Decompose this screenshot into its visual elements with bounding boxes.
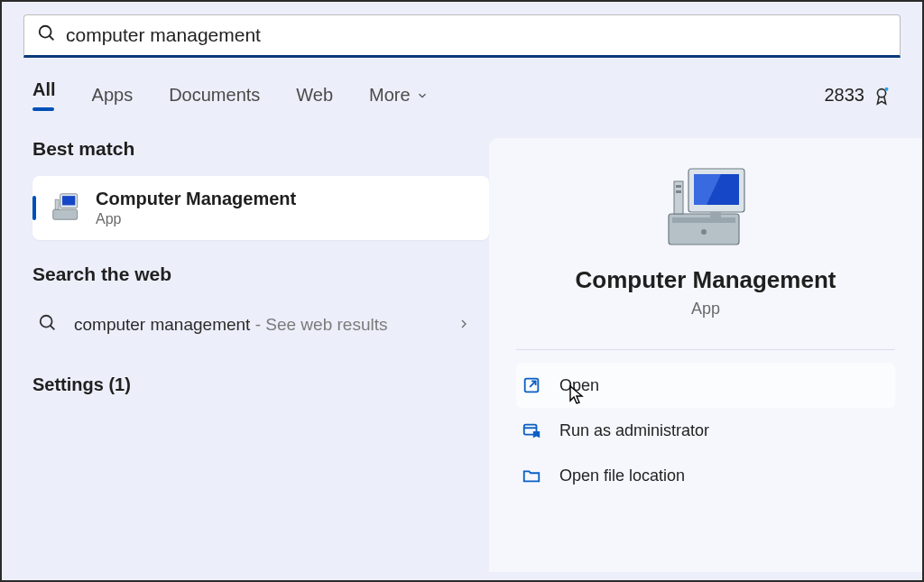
search-icon — [38, 313, 58, 337]
web-result-text: computer management - See web results — [74, 312, 440, 338]
svg-rect-6 — [62, 196, 75, 205]
svg-rect-4 — [53, 209, 78, 219]
web-result-row[interactable]: computer management - See web results — [32, 301, 489, 349]
tab-all[interactable]: All — [32, 79, 56, 100]
action-open-location-label: Open file location — [559, 467, 685, 485]
action-open-location[interactable]: Open file location — [516, 453, 895, 498]
best-match-heading: Best match — [32, 138, 489, 160]
open-icon — [522, 375, 541, 395]
settings-heading[interactable]: Settings (1) — [32, 374, 489, 395]
search-icon — [37, 23, 57, 47]
folder-icon — [522, 466, 541, 485]
svg-rect-16 — [710, 212, 721, 217]
svg-point-3 — [884, 87, 888, 90]
action-open[interactable]: Open — [516, 363, 895, 408]
svg-line-9 — [51, 326, 55, 330]
svg-point-8 — [41, 316, 52, 328]
svg-point-0 — [40, 26, 51, 38]
chevron-right-icon — [457, 313, 471, 337]
best-match-title: Computer Management — [96, 189, 296, 209]
search-web-heading: Search the web — [32, 263, 489, 285]
tab-documents[interactable]: Documents — [169, 85, 260, 106]
action-open-label: Open — [559, 376, 599, 395]
tab-apps[interactable]: Apps — [92, 85, 134, 106]
svg-rect-7 — [55, 199, 59, 209]
action-run-admin[interactable]: Run as administrator — [516, 408, 895, 453]
search-bar[interactable] — [23, 14, 901, 58]
medal-icon — [872, 86, 892, 106]
svg-rect-11 — [672, 217, 735, 223]
rewards-points-value: 2833 — [825, 85, 865, 106]
svg-rect-19 — [676, 190, 681, 193]
search-input[interactable] — [66, 24, 887, 46]
chevron-down-icon — [416, 89, 429, 102]
computer-management-icon-large — [516, 163, 895, 254]
action-run-admin-label: Run as administrator — [559, 421, 709, 440]
best-match-subtitle: App — [96, 211, 296, 227]
tab-more[interactable]: More — [369, 85, 429, 106]
svg-line-1 — [50, 36, 54, 41]
detail-subtitle: App — [516, 300, 895, 319]
svg-rect-18 — [676, 185, 681, 188]
tab-web[interactable]: Web — [296, 85, 333, 106]
svg-point-12 — [701, 229, 707, 235]
svg-point-2 — [877, 88, 885, 97]
rewards-points[interactable]: 2833 — [825, 85, 892, 106]
divider — [516, 349, 895, 350]
detail-title: Computer Management — [516, 266, 895, 294]
detail-pane: Computer Management App Open Run as admi… — [489, 138, 922, 572]
tab-more-label: More — [369, 85, 411, 106]
tab-underline — [32, 107, 54, 111]
best-match-result[interactable]: Computer Management App — [32, 176, 489, 240]
computer-management-icon — [49, 189, 83, 227]
admin-icon — [522, 420, 541, 440]
